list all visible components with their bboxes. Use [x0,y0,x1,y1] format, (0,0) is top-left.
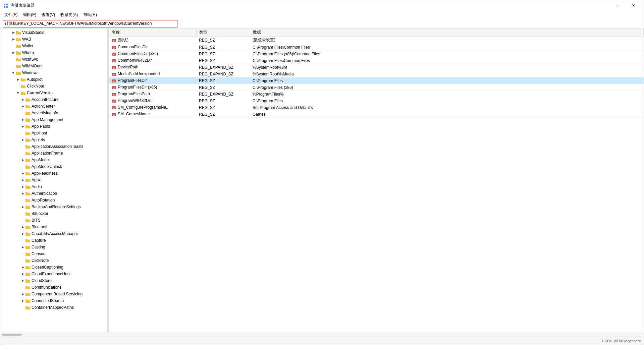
col-header-type[interactable]: 类型 [196,28,250,37]
tree-item-connectedsearch[interactable]: ▶ ConnectedSearch [0,297,107,304]
tree-item-closedcaptioning[interactable]: ▶ ClosedCaptioning [0,264,107,271]
tree-item-autorotation[interactable]: ▶ AutoRotation [0,197,107,204]
tree-item-audio[interactable]: ▶ Audio [0,183,107,190]
scrollbar-thumb[interactable] [2,334,22,336]
tree-item-census[interactable]: ▶ Census [0,250,107,257]
menu-edit[interactable]: 编辑(E) [20,11,39,18]
tree-item-apppaths[interactable]: ▶ App Paths [0,123,107,130]
tree-label-cloudstore: CloudStore [32,278,52,283]
menu-file[interactable]: 文件(F) [2,11,20,18]
folder-icon-bluetooth [25,224,31,230]
col-header-data[interactable]: 数据 [250,28,644,37]
table-row[interactable]: abSM_GamesNameREG_SZGames [109,111,644,118]
table-row[interactable]: abCommonFilesDirREG_SZC:\Program Files\C… [109,44,644,51]
tree-item-componentbasedservicing[interactable]: ▶ Component Based Servicing [0,291,107,297]
minimize-button[interactable]: ─ [595,0,610,11]
tree-item-accountpicture[interactable]: ▶ AccountPicture [0,96,107,103]
tree-item-clicknote2[interactable]: ▶ ClickNote [0,257,107,264]
cell-type: REG_SZ [196,98,250,104]
table-row[interactable]: abSM_ConfigureProgramsNa...REG_SZSet Pro… [109,104,644,111]
tree-item-communications[interactable]: ▶ Communications [0,284,107,291]
table-row[interactable]: abProgramFilesDir (x86)REG_SZC:\Program … [109,84,644,91]
svg-text:ab: ab [113,114,115,116]
table-row[interactable]: abMediaPathUnexpandedREG_EXPAND_SZ%Syste… [109,71,644,77]
tree-item-applets[interactable]: ▶ Applets [0,136,107,143]
tree-item-capabilityaccess[interactable]: ▶ CapabilityAccessManager [0,230,107,237]
close-button[interactable]: ✕ [626,0,641,11]
table-row[interactable]: abCommonFilesDir (x86)REG_SZC:\Program F… [109,51,644,57]
tree-item-wab[interactable]: ▶ WAB [0,36,107,43]
tree-item-capture[interactable]: ▶ Capture [0,237,107,244]
folder-icon-capabilityaccess [25,231,31,236]
svg-rect-0 [4,4,5,5]
tree-item-backup[interactable]: ▶ BackupAndRestoreSettings [0,204,107,210]
table-row[interactable]: abProgramFilesPathREG_EXPAND_SZ%ProgramF… [109,91,644,98]
tree-item-appasso[interactable]: ▶ ApplicationAssociationToasts [0,143,107,150]
table-row[interactable]: abCommonW6432DirREG_SZC:\Program Files\C… [109,57,644,64]
tree-label-componentbasedservicing: Component Based Servicing [32,292,83,296]
tree-item-visualstudio[interactable]: ▶ VisualStudio [0,29,107,36]
arrow-connectedsearch: ▶ [20,298,25,303]
tree-label-wcmsvc: WcmSvc [22,57,38,62]
table-row[interactable]: abDevicePathREG_EXPAND_SZ%SystemRoot%\in… [109,64,644,71]
tree-item-appmanagement[interactable]: ▶ App Management [0,116,107,123]
tree-item-clicknote[interactable]: ▶ ClickNote [0,83,107,90]
col-header-name[interactable]: 名称 [109,28,196,37]
table-row[interactable]: abProgramFilesDirREG_SZC:\Program Files [109,77,644,84]
tree-item-bluetooth[interactable]: ▶ Bluetooth [0,224,107,230]
tree-item-currentversion[interactable]: ▶ CurrentVersion [0,90,107,96]
registry-table: 名称 类型 数据 ab(默认)REG_SZ(数值未设置)abCommonFile… [109,28,644,118]
tree-label-advertisinginfo: AdvertisingInfo [32,111,58,115]
arrow-wab: ▶ [11,37,16,42]
tree-item-cloudstore[interactable]: ▶ CloudStore [0,277,107,284]
tree-item-bits[interactable]: ▶ BITS [0,217,107,224]
menu-view[interactable]: 查看(V) [39,11,58,18]
tree-item-containermappedpaths[interactable]: ▶ ContainerMappedPaths [0,304,107,311]
folder-icon-cloudstore [25,278,31,283]
svg-text:ab: ab [113,80,115,82]
tree-label-bitlocker: BitLocker [32,211,48,216]
tree-label-closedcaptioning: ClosedCaptioning [32,265,63,270]
tree-item-autopilot[interactable]: ▶ Autopilot [0,76,107,83]
tree-label-wab: WAB [22,37,31,42]
arrow-visualstudio: ▶ [11,30,16,35]
tree-item-appreadiness[interactable]: ▶ AppReadiness [0,170,107,177]
menu-help[interactable]: 帮助(H) [80,11,100,18]
maximize-button[interactable]: □ [610,0,626,11]
tree-item-actioncenter[interactable]: ▶ ActionCenter [0,103,107,110]
menu-favorites[interactable]: 收藏夹(A) [58,11,80,18]
table-row[interactable]: abProgramW6432DirREG_SZC:\Program Files [109,98,644,104]
tree-label-containermappedpaths: ContainerMappedPaths [32,305,74,310]
folder-icon-casting [25,244,31,250]
tree-label-backup: BackupAndRestoreSettings [32,205,81,209]
tree-item-apphost[interactable]: ▶ AppHost [0,130,107,136]
tree-item-appframe[interactable]: ▶ ApplicationFrame [0,150,107,157]
tree-item-wbem[interactable]: ▶ Wbem [0,49,107,56]
tree-item-wimmount[interactable]: ▶ WIMMOunt [0,63,107,69]
tree-item-appx[interactable]: ▶ Appx [0,177,107,183]
tree-item-wallet[interactable]: ▶ Wallet [0,43,107,49]
folder-icon-closedcaptioning [25,265,31,270]
tree-item-bitlocker[interactable]: ▶ BitLocker [0,210,107,217]
reg-value-icon: ab [112,112,116,117]
reg-value-icon: ab [112,85,116,90]
tree-item-cloudexperiencehost[interactable]: ▶ CloudExperienceHost [0,271,107,277]
tree-item-appmodel[interactable]: ▶ AppModel [0,157,107,163]
tree-item-advertisinginfo[interactable]: ▶ AdvertisingInfo [0,110,107,116]
horizontal-scrollbar[interactable] [0,332,644,337]
tree-item-appmodelunlock[interactable]: ▶ AppModelUnlock [0,163,107,170]
reg-value-icon: ab [112,65,116,70]
arrow-currentversion: ▶ [16,91,20,95]
tree-item-casting[interactable]: ▶ Casting [0,244,107,250]
cell-name: abMediaPathUnexpanded [109,71,196,77]
tree-item-wcmsvc[interactable]: ▶ WcmSvc [0,56,107,63]
cell-name: abProgramFilesPath [109,91,196,98]
folder-icon-autopilot [20,77,26,82]
address-input[interactable] [3,20,177,27]
folder-icon-bitlocker [25,211,31,216]
cell-name: abSM_GamesName [109,111,196,118]
tree-item-authentication[interactable]: ▶ Authentication [0,190,107,197]
tree-item-windows[interactable]: ▶ Windows [0,69,107,76]
cell-type: REG_EXPAND_SZ [196,64,250,71]
table-row[interactable]: ab(默认)REG_SZ(数值未设置) [109,37,644,44]
